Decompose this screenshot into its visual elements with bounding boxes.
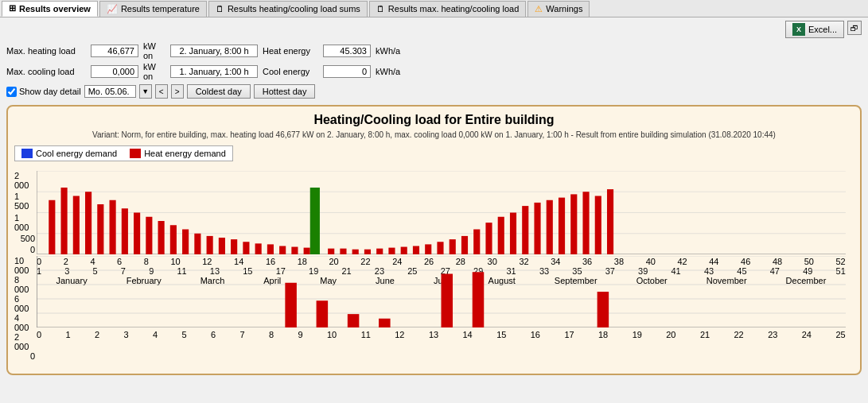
grid-icon: ⊞ [9,3,16,14]
svg-rect-47 [547,200,553,254]
svg-rect-22 [243,242,249,254]
svg-rect-29 [328,249,334,254]
bottom-chart-svg [37,256,846,327]
svg-rect-31 [352,250,359,254]
show-day-detail-input[interactable] [6,87,17,97]
svg-rect-28 [310,188,320,254]
svg-rect-52 [607,189,613,254]
cool-energy-value: 0 [323,65,371,78]
svg-rect-63 [379,319,391,327]
svg-rect-12 [122,208,128,254]
svg-rect-18 [194,234,200,254]
legend-cool: Cool energy demand [21,149,117,158]
prev-day-button[interactable]: < [155,84,168,99]
restore-button[interactable]: 🗗 [847,21,862,35]
coldest-day-button[interactable]: Coldest day [187,84,251,99]
svg-rect-15 [158,221,165,254]
tab-results-overview-label: Results overview [19,4,91,14]
svg-rect-35 [401,247,407,254]
legend-heat-swatch [130,149,141,158]
svg-rect-44 [510,213,516,255]
day-input[interactable] [84,85,136,98]
svg-rect-36 [413,246,419,255]
tab-results-temperature[interactable]: 📈 Results temperature [99,1,207,17]
svg-rect-23 [255,243,262,254]
svg-rect-50 [582,192,589,254]
svg-rect-49 [570,194,577,254]
tab-results-overview[interactable]: ⊞ Results overview [2,1,98,17]
svg-rect-10 [97,204,103,254]
svg-rect-26 [291,247,298,254]
day-detail-row: Show day detail ▼ < > Coldest day Hottes… [0,84,868,102]
line-chart-icon: 📈 [107,4,118,14]
max-cooling-label: Max. cooling load [6,67,86,76]
warning-icon: ⚠ [535,4,543,14]
svg-rect-6 [49,200,55,254]
legend-cool-label: Cool energy demand [36,149,117,158]
bottom-chart-area: 0123456789101112131415161718192021222324… [37,256,846,327]
tab-results-max-label: Results max. heating/cooling load [388,4,519,14]
tab-results-heating-cooling-label: Results heating/cooling load sums [228,4,360,14]
max-heating-date: 2. January, 8:00 h [170,45,258,57]
svg-rect-11 [110,200,116,254]
tab-warnings-label: Warnings [546,4,582,14]
heat-energy-unit: kWh/a [376,46,398,56]
svg-rect-9 [85,192,91,254]
svg-rect-39 [450,239,456,254]
max-cooling-row: Max. cooling load 0,000 kW on 1. January… [6,62,862,81]
svg-rect-66 [597,292,609,327]
show-day-detail-label: Show day detail [19,87,81,96]
excel-button[interactable]: X Excel... [785,21,844,38]
svg-rect-20 [219,238,225,254]
hottest-day-button[interactable]: Hottest day [254,84,316,99]
max-cooling-date: 1. January, 1:00 h [170,65,258,78]
max-heating-unit: kW on [143,41,165,60]
cool-energy-label: Cool energy [263,67,318,76]
show-day-detail-checkbox[interactable]: Show day detail [6,87,81,97]
svg-rect-32 [364,250,371,254]
chart-container: Heating/Cooling load for Entire building… [6,105,862,375]
svg-rect-27 [304,248,310,254]
top-chart-area: 0246810121416182022242628303234363840424… [37,171,846,254]
svg-rect-60 [285,283,297,327]
day-dropdown-button[interactable]: ▼ [139,84,152,99]
top-chart-svg [37,171,846,254]
svg-rect-14 [146,217,152,254]
svg-rect-62 [348,314,360,327]
next-day-button[interactable]: > [171,84,184,99]
bottom-y-axis: 10 000 8 000 6 000 4 000 2 000 0 [14,256,37,327]
svg-rect-16 [170,225,177,254]
max-heating-row: Max. heating load 46,677 kW on 2. Januar… [6,41,862,60]
svg-rect-65 [473,272,485,327]
table-icon-1: 🗒 [216,4,224,14]
bottom-chart-right-spacer [846,256,854,327]
chart-subtitle: Variant: Norm, for entire building, max.… [14,130,854,139]
table-icon-2: 🗒 [376,4,385,14]
tab-results-max[interactable]: 🗒 Results max. heating/cooling load [369,1,526,17]
svg-rect-48 [559,198,565,254]
svg-rect-41 [473,230,480,255]
svg-rect-42 [485,223,492,254]
top-chart-right-spacer [846,171,854,254]
svg-rect-7 [61,188,68,254]
svg-rect-45 [522,206,528,254]
tab-results-temperature-label: Results temperature [121,4,200,14]
svg-rect-25 [279,246,286,255]
tab-warnings[interactable]: ⚠ Warnings [527,1,590,17]
svg-rect-30 [340,249,346,254]
excel-icon: X [792,23,805,36]
svg-rect-43 [498,217,504,254]
max-heating-value: 46,677 [91,45,138,57]
cool-energy-unit: kWh/a [376,67,398,76]
heat-energy-value: 45.303 [323,45,371,57]
top-y-axis: 2 000 1 500 1 000 500 0 [14,171,37,254]
max-cooling-unit: kW on [143,62,165,81]
heat-energy-label: Heat energy [263,46,318,56]
svg-rect-37 [425,244,431,254]
chart-legend: Cool energy demand Heat energy demand [14,145,233,161]
tab-results-heating-cooling[interactable]: 🗒 Results heating/cooling load sums [208,1,368,17]
svg-rect-24 [267,244,274,254]
svg-rect-51 [595,196,601,255]
legend-heat-label: Heat energy demand [144,149,226,158]
tab-bar: ⊞ Results overview 📈 Results temperature… [0,0,868,17]
